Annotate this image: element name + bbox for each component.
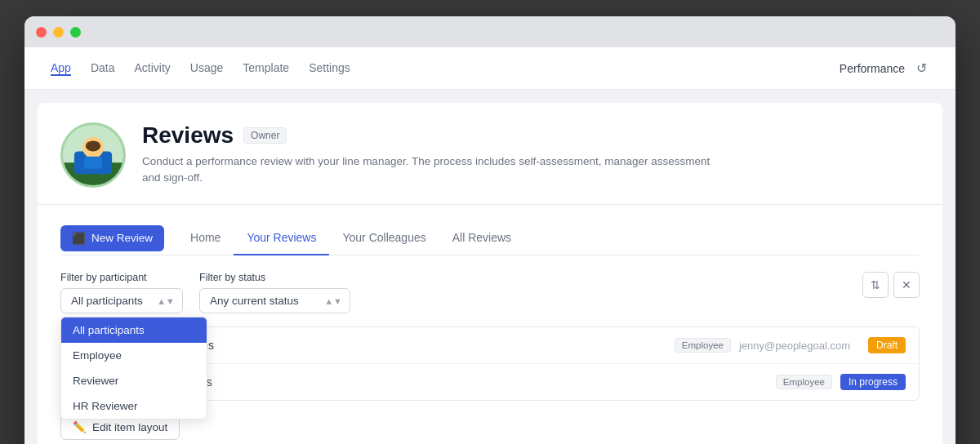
nav-links: App Data Activity Usage Template Setting…: [51, 61, 350, 76]
refresh-icon[interactable]: ↺: [913, 60, 929, 77]
status-select[interactable]: Any current status: [199, 288, 350, 313]
app-window: App Data Activity Usage Template Setting…: [24, 16, 956, 444]
role-badge: Employee: [776, 375, 832, 389]
edit-layout-label: Edit item layout: [92, 421, 167, 433]
performance-label: Performance: [840, 62, 905, 75]
tab-home[interactable]: Home: [177, 221, 234, 255]
pencil-icon: ✏️: [73, 420, 87, 433]
app-title-block: Reviews Owner Conduct a performance revi…: [142, 122, 714, 187]
divider: [38, 204, 942, 205]
tab-your-reviews[interactable]: Your Reviews: [234, 221, 329, 255]
minimize-button[interactable]: [53, 27, 64, 38]
filters-row: Filter by participant All participants E…: [60, 272, 920, 313]
nav-bar: App Data Activity Usage Template Setting…: [24, 47, 956, 90]
tab-your-colleagues[interactable]: Your Colleagues: [329, 221, 439, 255]
svg-point-4: [86, 140, 101, 151]
status-filter-label: Filter by status: [199, 272, 350, 283]
status-badge: Draft: [868, 337, 906, 353]
clear-button[interactable]: ✕: [893, 272, 920, 298]
role-badge: Employee: [675, 338, 731, 353]
main-content: Reviews Owner Conduct a performance revi…: [38, 103, 942, 444]
dropdown-option-hr-reviewer[interactable]: HR Reviewer: [61, 393, 207, 419]
nav-app[interactable]: App: [51, 61, 71, 76]
status-filter-group: Filter by status Any current status ▲▼: [199, 272, 350, 313]
filter-actions: ⇅ ✕: [862, 272, 920, 300]
page-title: Reviews: [142, 122, 234, 149]
nav-settings[interactable]: Settings: [309, 61, 350, 76]
avatar: [60, 122, 126, 188]
app-title-row: Reviews Owner: [142, 122, 714, 149]
svg-rect-5: [84, 157, 102, 169]
app-header: Reviews Owner Conduct a performance revi…: [60, 122, 920, 188]
titlebar: [24, 16, 956, 47]
participant-filter-group: Filter by participant All participants E…: [60, 272, 183, 313]
sort-button[interactable]: ⇅: [862, 272, 889, 298]
tab-all-reviews[interactable]: All Reviews: [439, 221, 524, 255]
status-select-wrapper: Any current status ▲▼: [199, 288, 350, 313]
maximize-button[interactable]: [70, 27, 81, 38]
participant-select[interactable]: All participants Employee Reviewer HR Re…: [60, 288, 183, 313]
app-description: Conduct a performance review with your l…: [142, 153, 714, 187]
nav-usage[interactable]: Usage: [190, 61, 223, 76]
new-review-button[interactable]: ⬛ New Review: [60, 225, 164, 251]
dropdown-option-reviewer[interactable]: Reviewer: [61, 368, 207, 393]
status-badge: In progress: [840, 374, 906, 390]
nav-template[interactable]: Template: [243, 61, 289, 76]
participant-filter-label: Filter by participant: [60, 272, 183, 283]
nav-activity[interactable]: Activity: [135, 61, 171, 76]
nav-right: Performance ↺: [840, 60, 929, 77]
participant-select-wrapper: All participants Employee Reviewer HR Re…: [60, 288, 183, 313]
dropdown-option-employee[interactable]: Employee: [61, 343, 207, 368]
new-review-label: New Review: [91, 232, 153, 244]
review-email: jenny@peoplegoal.com: [739, 340, 850, 352]
nav-data[interactable]: Data: [91, 61, 115, 76]
close-button[interactable]: [36, 27, 47, 38]
form-icon: ⬛: [72, 232, 86, 245]
participant-dropdown: All participants Employee Reviewer HR Re…: [60, 317, 207, 420]
tabs-row: ⬛ New Review Home Your Reviews Your Coll…: [60, 221, 920, 255]
owner-badge: Owner: [243, 127, 287, 144]
dropdown-option-all[interactable]: All participants: [61, 317, 207, 343]
